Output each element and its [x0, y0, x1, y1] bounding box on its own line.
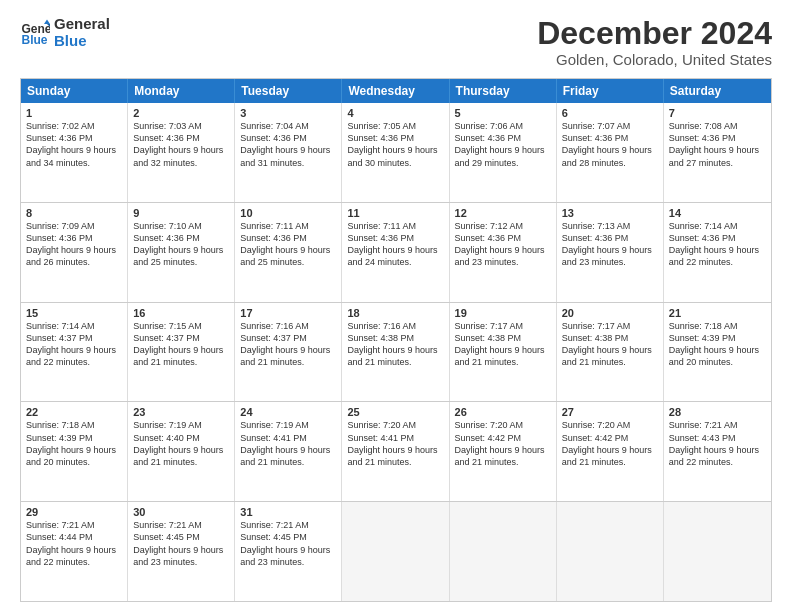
cell-info: Sunrise: 7:18 AM Sunset: 4:39 PM Dayligh… — [669, 320, 766, 369]
day-number: 5 — [455, 107, 551, 119]
day-number: 21 — [669, 307, 766, 319]
cell-info: Sunrise: 7:14 AM Sunset: 4:37 PM Dayligh… — [26, 320, 122, 369]
day-number: 30 — [133, 506, 229, 518]
day-number: 20 — [562, 307, 658, 319]
header: General Blue General Blue December 2024 … — [20, 16, 772, 68]
header-tuesday: Tuesday — [235, 79, 342, 103]
cal-cell: 20 Sunrise: 7:17 AM Sunset: 4:38 PM Dayl… — [557, 303, 664, 402]
day-number: 29 — [26, 506, 122, 518]
cal-cell: 15 Sunrise: 7:14 AM Sunset: 4:37 PM Dayl… — [21, 303, 128, 402]
cell-info: Sunrise: 7:21 AM Sunset: 4:45 PM Dayligh… — [133, 519, 229, 568]
cal-week-1: 1 Sunrise: 7:02 AM Sunset: 4:36 PM Dayli… — [21, 103, 771, 202]
cell-info: Sunrise: 7:02 AM Sunset: 4:36 PM Dayligh… — [26, 120, 122, 169]
cal-cell: 19 Sunrise: 7:17 AM Sunset: 4:38 PM Dayl… — [450, 303, 557, 402]
cal-cell: 24 Sunrise: 7:19 AM Sunset: 4:41 PM Dayl… — [235, 402, 342, 501]
cell-info: Sunrise: 7:21 AM Sunset: 4:44 PM Dayligh… — [26, 519, 122, 568]
day-number: 14 — [669, 207, 766, 219]
svg-text:Blue: Blue — [22, 32, 48, 46]
day-number: 16 — [133, 307, 229, 319]
cell-info: Sunrise: 7:20 AM Sunset: 4:41 PM Dayligh… — [347, 419, 443, 468]
cell-info: Sunrise: 7:15 AM Sunset: 4:37 PM Dayligh… — [133, 320, 229, 369]
logo-line2: Blue — [54, 33, 110, 50]
day-number: 11 — [347, 207, 443, 219]
logo-icon: General Blue — [20, 18, 50, 48]
cell-info: Sunrise: 7:16 AM Sunset: 4:37 PM Dayligh… — [240, 320, 336, 369]
day-number: 4 — [347, 107, 443, 119]
cal-cell: 17 Sunrise: 7:16 AM Sunset: 4:37 PM Dayl… — [235, 303, 342, 402]
cell-info: Sunrise: 7:21 AM Sunset: 4:45 PM Dayligh… — [240, 519, 336, 568]
day-number: 24 — [240, 406, 336, 418]
day-number: 7 — [669, 107, 766, 119]
cell-info: Sunrise: 7:03 AM Sunset: 4:36 PM Dayligh… — [133, 120, 229, 169]
cal-cell: 14 Sunrise: 7:14 AM Sunset: 4:36 PM Dayl… — [664, 203, 771, 302]
cal-cell: 23 Sunrise: 7:19 AM Sunset: 4:40 PM Dayl… — [128, 402, 235, 501]
day-number: 19 — [455, 307, 551, 319]
cell-info: Sunrise: 7:04 AM Sunset: 4:36 PM Dayligh… — [240, 120, 336, 169]
logo: General Blue General Blue — [20, 16, 110, 49]
day-number: 28 — [669, 406, 766, 418]
cell-info: Sunrise: 7:17 AM Sunset: 4:38 PM Dayligh… — [455, 320, 551, 369]
cal-cell: 3 Sunrise: 7:04 AM Sunset: 4:36 PM Dayli… — [235, 103, 342, 202]
cell-info: Sunrise: 7:20 AM Sunset: 4:42 PM Dayligh… — [455, 419, 551, 468]
cal-cell: 8 Sunrise: 7:09 AM Sunset: 4:36 PM Dayli… — [21, 203, 128, 302]
day-number: 8 — [26, 207, 122, 219]
cell-info: Sunrise: 7:19 AM Sunset: 4:40 PM Dayligh… — [133, 419, 229, 468]
cell-info: Sunrise: 7:19 AM Sunset: 4:41 PM Dayligh… — [240, 419, 336, 468]
day-number: 31 — [240, 506, 336, 518]
day-number: 17 — [240, 307, 336, 319]
cell-info: Sunrise: 7:14 AM Sunset: 4:36 PM Dayligh… — [669, 220, 766, 269]
day-number: 25 — [347, 406, 443, 418]
calendar-body: 1 Sunrise: 7:02 AM Sunset: 4:36 PM Dayli… — [21, 103, 771, 601]
calendar-header: Sunday Monday Tuesday Wednesday Thursday… — [21, 79, 771, 103]
cal-cell: 9 Sunrise: 7:10 AM Sunset: 4:36 PM Dayli… — [128, 203, 235, 302]
cell-info: Sunrise: 7:11 AM Sunset: 4:36 PM Dayligh… — [240, 220, 336, 269]
cal-week-3: 15 Sunrise: 7:14 AM Sunset: 4:37 PM Dayl… — [21, 302, 771, 402]
cal-week-4: 22 Sunrise: 7:18 AM Sunset: 4:39 PM Dayl… — [21, 401, 771, 501]
day-number: 3 — [240, 107, 336, 119]
cal-cell: 6 Sunrise: 7:07 AM Sunset: 4:36 PM Dayli… — [557, 103, 664, 202]
cell-info: Sunrise: 7:06 AM Sunset: 4:36 PM Dayligh… — [455, 120, 551, 169]
subtitle: Golden, Colorado, United States — [537, 51, 772, 68]
day-number: 18 — [347, 307, 443, 319]
cell-info: Sunrise: 7:05 AM Sunset: 4:36 PM Dayligh… — [347, 120, 443, 169]
cell-info: Sunrise: 7:21 AM Sunset: 4:43 PM Dayligh… — [669, 419, 766, 468]
day-number: 12 — [455, 207, 551, 219]
title-block: December 2024 Golden, Colorado, United S… — [537, 16, 772, 68]
cal-week-2: 8 Sunrise: 7:09 AM Sunset: 4:36 PM Dayli… — [21, 202, 771, 302]
day-number: 15 — [26, 307, 122, 319]
day-number: 13 — [562, 207, 658, 219]
cell-info: Sunrise: 7:09 AM Sunset: 4:36 PM Dayligh… — [26, 220, 122, 269]
cal-cell: 10 Sunrise: 7:11 AM Sunset: 4:36 PM Dayl… — [235, 203, 342, 302]
day-number: 22 — [26, 406, 122, 418]
day-number: 10 — [240, 207, 336, 219]
day-number: 1 — [26, 107, 122, 119]
day-number: 27 — [562, 406, 658, 418]
cell-info: Sunrise: 7:17 AM Sunset: 4:38 PM Dayligh… — [562, 320, 658, 369]
cal-cell: 25 Sunrise: 7:20 AM Sunset: 4:41 PM Dayl… — [342, 402, 449, 501]
header-thursday: Thursday — [450, 79, 557, 103]
cal-cell: 16 Sunrise: 7:15 AM Sunset: 4:37 PM Dayl… — [128, 303, 235, 402]
cell-info: Sunrise: 7:13 AM Sunset: 4:36 PM Dayligh… — [562, 220, 658, 269]
cal-cell: 4 Sunrise: 7:05 AM Sunset: 4:36 PM Dayli… — [342, 103, 449, 202]
cal-cell: 27 Sunrise: 7:20 AM Sunset: 4:42 PM Dayl… — [557, 402, 664, 501]
main-title: December 2024 — [537, 16, 772, 51]
header-wednesday: Wednesday — [342, 79, 449, 103]
day-number: 6 — [562, 107, 658, 119]
cell-info: Sunrise: 7:07 AM Sunset: 4:36 PM Dayligh… — [562, 120, 658, 169]
cell-info: Sunrise: 7:18 AM Sunset: 4:39 PM Dayligh… — [26, 419, 122, 468]
cal-cell: 2 Sunrise: 7:03 AM Sunset: 4:36 PM Dayli… — [128, 103, 235, 202]
cal-cell: 18 Sunrise: 7:16 AM Sunset: 4:38 PM Dayl… — [342, 303, 449, 402]
header-monday: Monday — [128, 79, 235, 103]
cal-cell: 1 Sunrise: 7:02 AM Sunset: 4:36 PM Dayli… — [21, 103, 128, 202]
calendar: Sunday Monday Tuesday Wednesday Thursday… — [20, 78, 772, 602]
cell-info: Sunrise: 7:08 AM Sunset: 4:36 PM Dayligh… — [669, 120, 766, 169]
day-number: 26 — [455, 406, 551, 418]
cal-cell: 30 Sunrise: 7:21 AM Sunset: 4:45 PM Dayl… — [128, 502, 235, 601]
page: General Blue General Blue December 2024 … — [0, 0, 792, 612]
cal-cell — [450, 502, 557, 601]
cal-cell: 7 Sunrise: 7:08 AM Sunset: 4:36 PM Dayli… — [664, 103, 771, 202]
cal-cell — [664, 502, 771, 601]
cal-cell: 29 Sunrise: 7:21 AM Sunset: 4:44 PM Dayl… — [21, 502, 128, 601]
cell-info: Sunrise: 7:10 AM Sunset: 4:36 PM Dayligh… — [133, 220, 229, 269]
cal-cell: 5 Sunrise: 7:06 AM Sunset: 4:36 PM Dayli… — [450, 103, 557, 202]
